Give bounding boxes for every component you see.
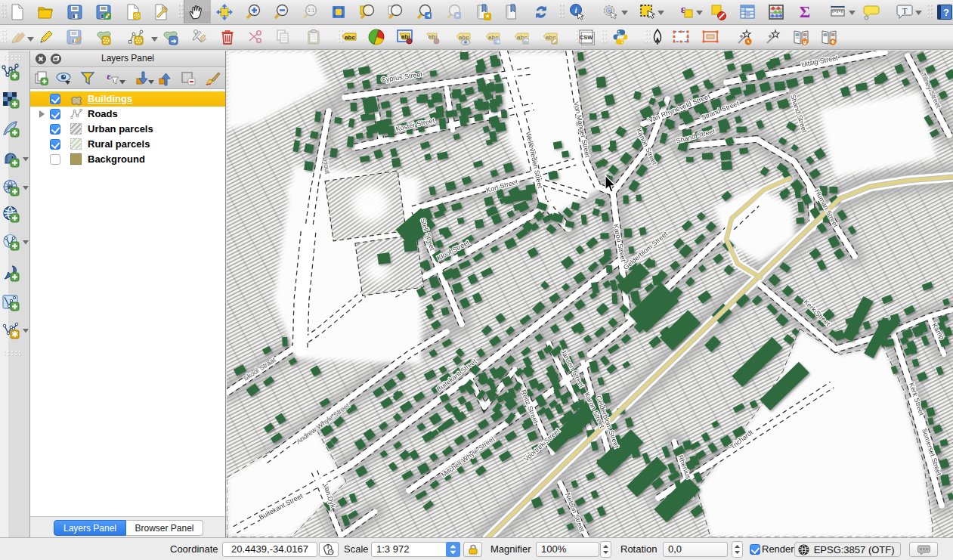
svg-text:CSW: CSW	[580, 34, 593, 41]
svg-text:ε: ε	[107, 70, 111, 82]
svg-text:ab: ab	[429, 33, 435, 40]
svg-text:abc: abc	[345, 34, 355, 41]
svg-text:?: ?	[943, 7, 949, 18]
svg-text:1:1: 1:1	[308, 8, 314, 13]
svg-text:✱: ✱	[11, 330, 18, 339]
svg-text:abc: abc	[459, 34, 469, 41]
svg-text:Σ: Σ	[800, 2, 810, 21]
svg-text:ab: ab	[401, 33, 408, 40]
svg-text:T: T	[902, 6, 908, 15]
